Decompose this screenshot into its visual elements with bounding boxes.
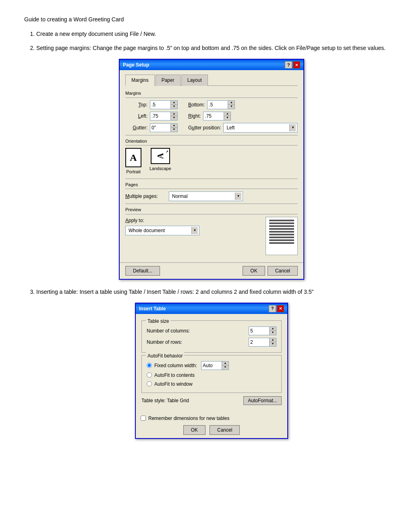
step-2: Setting page margins: Change the page ma…: [36, 44, 387, 280]
left-input[interactable]: [150, 113, 170, 119]
left-up-arrow[interactable]: ▲: [171, 112, 177, 116]
autofit-window-label: AutoFit to window: [154, 380, 193, 388]
gutter-up-arrow[interactable]: ▲: [171, 124, 177, 128]
left-spinner[interactable]: ▲ ▼: [150, 112, 178, 121]
preview-line-7: [269, 237, 294, 238]
apply-to-value: Whole document: [127, 227, 191, 235]
autofit-legend: AutoFit behavior: [146, 352, 184, 360]
fixed-col-radio[interactable]: [147, 363, 152, 368]
table-style-label: Table style: Table Grid: [141, 397, 189, 404]
top-spinner[interactable]: ▲ ▼: [150, 100, 178, 109]
multiple-pages-label: Multiple pages:: [125, 193, 166, 200]
num-rows-spinner[interactable]: ▲ ▼: [249, 338, 276, 347]
portrait-option[interactable]: A Portrait: [125, 148, 141, 175]
tab-layout[interactable]: Layout: [181, 75, 208, 86]
ok-cancel-group: OK Cancel: [243, 266, 298, 276]
bottom-down-arrow[interactable]: ▼: [228, 105, 235, 109]
autofit-contents-row: AutoFit to contents: [147, 372, 276, 379]
preview-row: Apply to: Whole document ▼: [125, 217, 298, 255]
cancel-button[interactable]: Cancel: [268, 266, 298, 276]
page-setup-titlebar: Page Setup ? ✕: [120, 60, 303, 70]
num-rows-input[interactable]: [249, 339, 269, 345]
insert-ok-button[interactable]: OK: [183, 425, 206, 435]
step-3: Inserting a table: Insert a table using …: [36, 288, 387, 439]
page-setup-footer: Default... OK Cancel: [120, 262, 303, 279]
multiple-pages-arrow[interactable]: ▼: [235, 193, 241, 200]
autofit-window-radio[interactable]: [147, 381, 152, 387]
remember-checkbox[interactable]: [141, 416, 146, 421]
gutter-input[interactable]: [150, 125, 170, 131]
default-button[interactable]: Default...: [125, 266, 160, 276]
remember-row: Remember dimensions for new tables: [141, 415, 282, 422]
page-setup-title: Page Setup: [123, 61, 149, 69]
gutter-position-arrow[interactable]: ▼: [289, 124, 296, 131]
gutter-position-select[interactable]: Left ▼: [223, 123, 297, 133]
bottom-input[interactable]: [208, 102, 228, 108]
ok-button[interactable]: OK: [243, 266, 265, 276]
top-label: Top:: [125, 101, 147, 108]
apply-to-arrow[interactable]: ▼: [191, 227, 198, 234]
right-up-arrow[interactable]: ▲: [224, 112, 230, 116]
fixed-col-spinner[interactable]: ▲ ▼: [201, 361, 229, 370]
fixed-col-input[interactable]: [201, 362, 222, 369]
insert-help-button[interactable]: ?: [269, 305, 276, 312]
insert-close-button[interactable]: ✕: [277, 305, 284, 312]
fixed-col-down[interactable]: ▼: [222, 366, 228, 370]
it-btn-row: OK Cancel: [141, 425, 282, 435]
orientation-section: Orientation A Portrait A: [125, 135, 298, 175]
preview-line-1: [269, 220, 294, 221]
multiple-pages-value: Normal: [170, 192, 235, 200]
gutter-down-arrow[interactable]: ▼: [171, 128, 177, 132]
left-arrows: ▲ ▼: [170, 112, 177, 120]
tab-paper[interactable]: Paper: [156, 75, 181, 86]
preview-section: Preview Apply to: Whole document ▼: [125, 204, 298, 255]
autofit-window-row: AutoFit to window: [147, 380, 276, 388]
num-columns-spinner[interactable]: ▲ ▼: [249, 326, 276, 335]
fixed-col-arrows: ▲ ▼: [222, 362, 228, 370]
left-down-arrow[interactable]: ▼: [171, 116, 177, 120]
gutter-label: Gutter:: [125, 124, 147, 131]
preview-line-6: [269, 234, 294, 235]
num-columns-row: Number of columns: ▲ ▼: [147, 326, 276, 335]
table-style-row: Table style: Table Grid AutoFormat...: [141, 396, 282, 405]
num-rows-down[interactable]: ▼: [270, 342, 276, 346]
num-columns-input[interactable]: [249, 328, 269, 334]
dialog-tabs: Margins Paper Layout: [125, 74, 298, 86]
gutter-spinner[interactable]: ▲ ▼: [150, 123, 178, 132]
multiple-pages-row: Multiple pages: Normal ▼: [125, 191, 298, 201]
right-spinner[interactable]: ▲ ▼: [203, 112, 231, 121]
right-down-arrow[interactable]: ▼: [224, 116, 230, 120]
remember-label: Remember dimensions for new tables: [148, 415, 229, 422]
fixed-col-up[interactable]: ▲: [222, 362, 228, 366]
bottom-arrows: ▲ ▼: [228, 101, 235, 109]
bottom-spinner[interactable]: ▲ ▼: [207, 100, 235, 109]
top-up-arrow[interactable]: ▲: [171, 101, 177, 105]
margins-section-label: Margins: [125, 90, 298, 98]
num-columns-up[interactable]: ▲: [270, 327, 276, 331]
num-columns-down[interactable]: ▼: [270, 331, 276, 335]
multiple-pages-select[interactable]: Normal ▼: [169, 191, 243, 201]
gutter-arrows: ▲ ▼: [170, 124, 177, 132]
page-setup-dialog: Page Setup ? ✕ Margins Paper Layout: [119, 59, 304, 280]
top-down-arrow[interactable]: ▼: [171, 105, 177, 109]
insert-cancel-button[interactable]: Cancel: [210, 425, 240, 435]
bottom-up-arrow[interactable]: ▲: [228, 101, 235, 105]
page-setup-dialog-wrapper: Page Setup ? ✕ Margins Paper Layout: [36, 59, 387, 280]
orientation-label: Orientation: [125, 138, 298, 146]
insert-table-content: Table size Number of columns: ▲ ▼: [136, 314, 287, 411]
landscape-option[interactable]: A ↗ Landscape: [149, 148, 171, 175]
num-rows-row: Number of rows: ▲ ▼: [147, 338, 276, 347]
close-button[interactable]: ✕: [293, 61, 300, 69]
num-rows-up[interactable]: ▲: [270, 338, 276, 342]
num-columns-label: Number of columns:: [147, 327, 245, 335]
top-input[interactable]: [150, 102, 170, 108]
autoformat-button[interactable]: AutoFormat...: [243, 396, 282, 405]
portrait-label: Portrait: [126, 168, 140, 175]
landscape-icon: A ↗: [151, 148, 170, 164]
help-button[interactable]: ?: [285, 61, 292, 69]
num-rows-arrows: ▲ ▼: [269, 338, 276, 346]
tab-margins[interactable]: Margins: [125, 75, 155, 86]
apply-to-select[interactable]: Whole document ▼: [125, 226, 199, 235]
right-input[interactable]: [203, 113, 224, 119]
autofit-contents-radio[interactable]: [147, 372, 152, 378]
